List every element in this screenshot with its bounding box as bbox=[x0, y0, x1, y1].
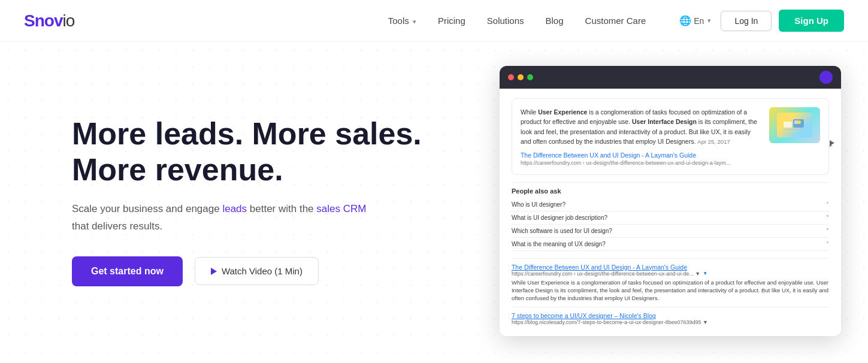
search-card-paragraph: While User Experience is a conglomeratio… bbox=[521, 107, 762, 147]
logo[interactable]: Snovio bbox=[24, 11, 74, 31]
paa-item-label: What is UI designer job description? bbox=[512, 214, 607, 221]
paa-item[interactable]: Which software is used for UI design? ˅ bbox=[512, 225, 829, 238]
paa-item[interactable]: What is the meaning of UX design? ˅ bbox=[512, 238, 829, 251]
svg-rect-4 bbox=[784, 129, 805, 130]
language-selector[interactable]: 🌐 En ▾ bbox=[679, 15, 711, 26]
nav-item-blog[interactable]: Blog bbox=[546, 16, 564, 26]
tools-chevron-down-icon: ▾ bbox=[413, 18, 416, 25]
second-search-result: The Difference Between UX and UI Design … bbox=[512, 264, 829, 302]
browser-dot-red bbox=[508, 74, 514, 80]
nav-solutions-link[interactable]: Solutions bbox=[487, 16, 524, 26]
paa-item-label: Which software is used for UI design? bbox=[512, 228, 612, 234]
nav-customer-care-link[interactable]: Customer Care bbox=[585, 16, 646, 26]
paa-item[interactable]: Who is UI designer? ˅ bbox=[512, 198, 829, 211]
svg-point-3 bbox=[797, 120, 801, 124]
nav-item-tools[interactable]: Tools ▾ bbox=[388, 16, 416, 26]
divider bbox=[512, 258, 829, 259]
second-result-meta: https://careerfoundry.com › ux-design/th… bbox=[512, 271, 829, 277]
hero-title-line2: More revenue. bbox=[72, 152, 283, 187]
hero-right: While User Experience is a conglomeratio… bbox=[497, 66, 844, 336]
paa-title: People also ask bbox=[512, 187, 829, 195]
logo-text-snov: Snov bbox=[24, 11, 62, 30]
cursor-icon bbox=[830, 140, 834, 147]
divider bbox=[512, 182, 829, 183]
paa-item-label: Who is UI designer? bbox=[512, 201, 565, 208]
paa-item[interactable]: What is UI designer job description? ˅ bbox=[512, 211, 829, 225]
second-result-desc: While User Experience is a conglomeratio… bbox=[512, 279, 829, 302]
arrow-down-icon: ▼ bbox=[703, 271, 707, 276]
browser-mockup: While User Experience is a conglomeratio… bbox=[500, 66, 841, 336]
play-icon bbox=[211, 268, 217, 275]
hero-title-line1: More leads. More sales. bbox=[72, 116, 422, 151]
browser-content: While User Experience is a conglomeratio… bbox=[500, 89, 841, 336]
people-also-ask-section: People also ask Who is UI designer? ˅ Wh… bbox=[512, 187, 829, 251]
search-card-url: https://careerfoundry.com › ux-design/th… bbox=[521, 160, 730, 166]
nav-item-pricing[interactable]: Pricing bbox=[438, 16, 465, 26]
search-text-block: While User Experience is a conglomeratio… bbox=[521, 107, 762, 166]
hero-title: More leads. More sales. More revenue. bbox=[72, 116, 497, 188]
signup-button[interactable]: Sign Up bbox=[779, 10, 844, 32]
nav-tools-link[interactable]: Tools ▾ bbox=[388, 16, 416, 26]
second-result-url: https://careerfoundry.com › ux-design/th… bbox=[512, 271, 700, 277]
browser-user-avatar bbox=[819, 71, 833, 84]
navbar: Snovio Tools ▾ Pricing Solutions Blog Cu… bbox=[0, 0, 868, 42]
paa-item-label: What is the meaning of UX design? bbox=[512, 241, 606, 247]
paa-chevron-icon: ˅ bbox=[826, 201, 829, 208]
paa-chevron-icon: ˅ bbox=[826, 228, 829, 234]
nav-blog-link[interactable]: Blog bbox=[546, 16, 564, 26]
third-search-result: 7 steps to become a UI/UX designer – Nic… bbox=[512, 312, 829, 325]
get-started-button[interactable]: Get started now bbox=[72, 256, 183, 286]
paa-chevron-icon: ˅ bbox=[826, 241, 829, 247]
search-result-image bbox=[769, 107, 820, 143]
logo-text-io: io bbox=[62, 11, 74, 30]
search-card-link[interactable]: The Difference Between UX and UI Design … bbox=[521, 152, 696, 159]
hero-cta: Get started now Watch Video (1 Min) bbox=[72, 256, 497, 286]
third-result-meta: https://blog.nicolesady.com/7-steps-to-b… bbox=[512, 319, 829, 325]
nav-tools-label: Tools bbox=[388, 16, 409, 26]
hero-section: More leads. More sales. More revenue. Sc… bbox=[0, 42, 868, 360]
login-button[interactable]: Log In bbox=[721, 11, 772, 31]
browser-dot-yellow bbox=[518, 74, 524, 80]
hero-subtitle: Scale your business and engage leads bet… bbox=[72, 201, 383, 234]
search-result-thumbnail bbox=[777, 113, 813, 138]
third-result-link[interactable]: 7 steps to become a UI/UX designer – Nic… bbox=[512, 312, 656, 319]
watch-video-label: Watch Video (1 Min) bbox=[222, 266, 303, 276]
nav-links: Tools ▾ Pricing Solutions Blog Customer … bbox=[388, 16, 646, 26]
hero-left: More leads. More sales. More revenue. Sc… bbox=[72, 116, 497, 286]
search-card-date: Apr 25, 2017 bbox=[697, 138, 730, 145]
watch-video-button[interactable]: Watch Video (1 Min) bbox=[195, 257, 319, 285]
nav-item-solutions[interactable]: Solutions bbox=[487, 16, 524, 26]
svg-rect-0 bbox=[784, 122, 792, 128]
lang-label: En bbox=[694, 16, 704, 26]
browser-bar bbox=[500, 66, 841, 89]
thumbnail-illustration-icon bbox=[784, 117, 805, 134]
browser-dot-green bbox=[527, 74, 533, 80]
paa-chevron-icon: ˅ bbox=[826, 214, 829, 221]
globe-icon: 🌐 bbox=[679, 15, 691, 26]
second-result-link[interactable]: The Difference Between UX and UI Design … bbox=[512, 264, 687, 271]
nav-item-customer-care[interactable]: Customer Care bbox=[585, 16, 646, 26]
divider bbox=[512, 307, 829, 307]
nav-pricing-link[interactable]: Pricing bbox=[438, 16, 465, 26]
search-result-card: While User Experience is a conglomeratio… bbox=[512, 98, 829, 175]
lang-chevron-down-icon: ▾ bbox=[707, 17, 711, 25]
